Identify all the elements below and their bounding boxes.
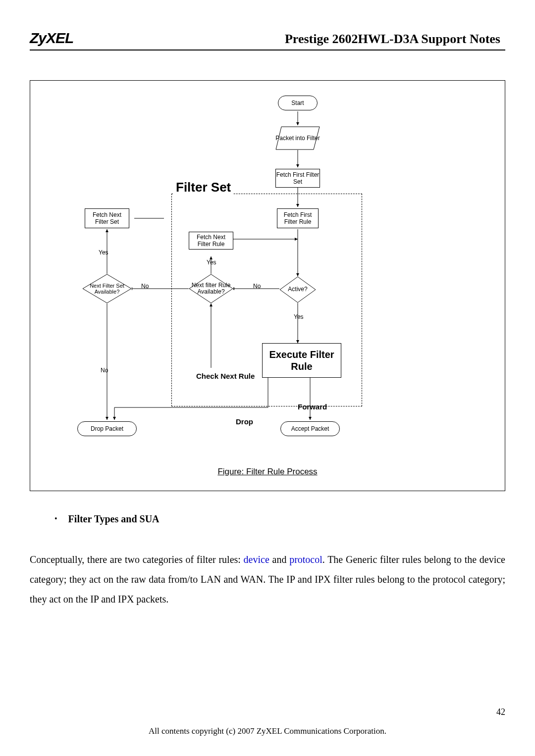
node-packet-label: Packet into Filter: [275, 126, 320, 150]
page-header: ZyXEL Prestige 2602HWL-D3A Support Notes: [30, 30, 505, 50]
figure-caption: Figure: Filter Rule Process: [30, 467, 505, 477]
section-heading: Filter Types and SUA: [68, 513, 160, 525]
node-execute-rule: Execute Filter Rule: [262, 343, 341, 378]
edge-no-1: No: [141, 283, 149, 290]
node-fetch-first-rule: Fetch First Filter Rule: [277, 208, 319, 228]
edge-yes-1: Yes: [99, 249, 108, 256]
node-next-rule-available: Next filter Rule Available?: [189, 274, 233, 303]
edge-no-3: No: [101, 367, 108, 374]
node-next-set-available: Next Filter Set Available?: [82, 274, 132, 303]
node-fetch-first-set-label: Fetch First Filter Set: [276, 171, 320, 186]
logo: ZyXEL: [30, 30, 73, 47]
body-paragraph: Conceptually, there are two categories o…: [30, 550, 505, 609]
page-number: 42: [496, 707, 505, 717]
label-next-set-available: Next Filter Set Available?: [82, 274, 132, 303]
node-fetch-next-set: Fetch Next Filter Set: [85, 208, 129, 228]
label-fetch-next-rule: Fetch Next Filter Rule: [189, 234, 233, 248]
bullet-item: • Filter Types and SUA: [54, 513, 505, 525]
label-fetch-next-set: Fetch Next Filter Set: [85, 211, 129, 226]
page-title: Prestige 2602HWL-D3A Support Notes: [285, 32, 505, 47]
label-forward: Forward: [298, 403, 327, 411]
node-fetch-next-rule: Fetch Next Filter Rule: [189, 232, 233, 250]
flowchart-figure: Start Packet into Filter Fetch First Fil…: [30, 80, 505, 491]
node-start: Start: [278, 96, 318, 110]
label-execute-rule: Execute Filter Rule: [263, 349, 341, 372]
label-active: Active?: [279, 276, 316, 303]
para-pre: Conceptually, there are two categories o…: [30, 554, 244, 565]
label-next-rule-available: Next filter Rule Available?: [189, 274, 233, 303]
label-check-next-rule: Check Next Rule: [196, 372, 255, 381]
label-fetch-first-rule: Fetch First Filter Rule: [277, 211, 318, 226]
node-drop-packet: Drop Packet: [77, 421, 137, 436]
term-device: device: [244, 554, 269, 565]
node-active: Active?: [279, 276, 316, 303]
node-accept-packet: Accept Packet: [280, 421, 340, 436]
node-packet-into-filter: Packet into Filter: [275, 126, 320, 150]
edge-no-2: No: [253, 283, 261, 290]
edge-yes-3: Yes: [294, 313, 304, 320]
bullet-icon: •: [54, 513, 57, 524]
para-and: and: [269, 554, 289, 565]
term-protocol: protocol: [289, 554, 322, 565]
node-start-label: Start: [291, 100, 304, 106]
copyright: All contents copyright (c) 2007 ZyXEL Co…: [0, 726, 535, 736]
filter-set-heading: Filter Set: [174, 180, 233, 195]
label-accept-packet: Accept Packet: [291, 425, 329, 432]
label-drop: Drop: [236, 417, 253, 426]
label-drop-packet: Drop Packet: [91, 425, 123, 432]
edge-yes-2: Yes: [207, 259, 216, 266]
node-fetch-first-set: Fetch First Filter Set: [275, 169, 320, 188]
